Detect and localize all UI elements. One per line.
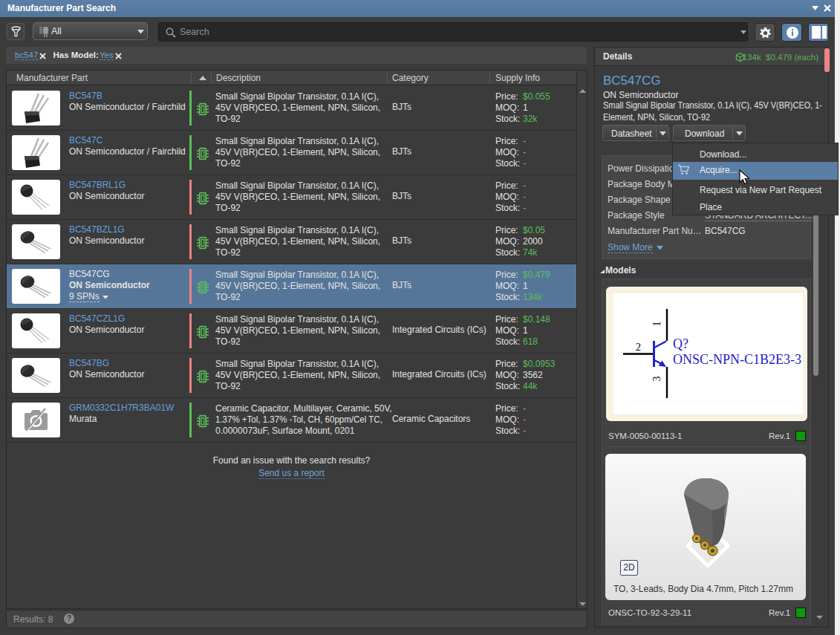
svg-text:2: 2 [636,342,641,353]
svg-text:Q?: Q? [673,336,688,351]
svg-text:1: 1 [651,322,662,327]
svg-text:ONSC-NPN-C1B2E3-3: ONSC-NPN-C1B2E3-3 [673,352,801,367]
svg-text:3: 3 [651,377,662,382]
